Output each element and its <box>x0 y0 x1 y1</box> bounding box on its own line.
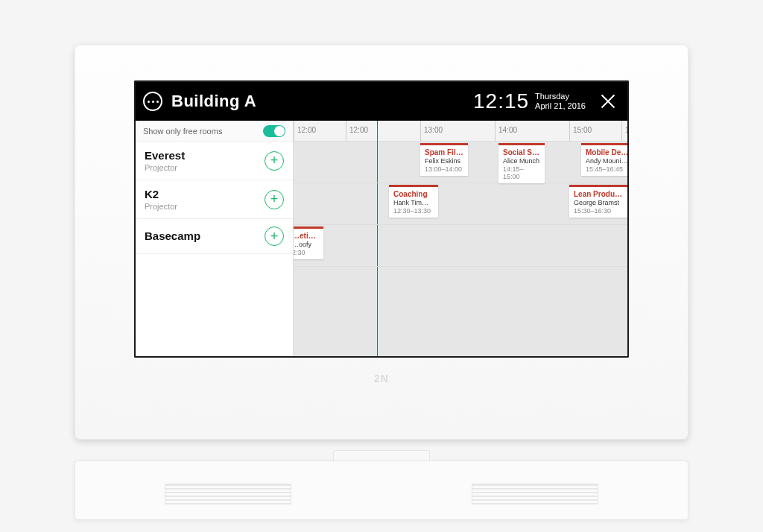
timeline[interactable]: 12:00 12:00 13:00 14:00 15:00 16:00 Spam… <box>294 121 627 356</box>
room-item-k2[interactable]: K2 Projector + <box>136 180 293 219</box>
event-title: Lean Product & Lean UX <box>574 190 626 198</box>
screen: Building A 12:15 Thursday April 21, 2016… <box>136 82 627 356</box>
event-card[interactable]: Coaching Hank Timmons 12:30–13:30 <box>389 185 438 218</box>
room-sub: Projector <box>145 163 185 172</box>
time-tick: 16:00 <box>621 121 627 141</box>
time-tick: 13:00 <box>420 121 443 141</box>
event-title: Coaching <box>393 190 434 198</box>
date-string: April 21, 2016 <box>535 101 586 111</box>
free-rooms-toggle[interactable] <box>263 125 285 137</box>
room-item-basecamp[interactable]: Basecamp + <box>136 219 293 254</box>
add-booking-button[interactable]: + <box>265 227 284 246</box>
event-card[interactable]: …eting UI/UX …oofy 2:30 <box>294 227 323 259</box>
event-time: 12:30–13:30 <box>393 207 434 215</box>
event-title: …eting UI/UX <box>294 232 319 240</box>
close-icon[interactable] <box>599 92 617 110</box>
filter-row: Show only free rooms <box>136 121 293 142</box>
event-organizer: …oofy <box>294 241 319 248</box>
device-base <box>75 460 688 520</box>
time-tick: 14:00 <box>495 121 517 141</box>
device-frame: Building A 12:15 Thursday April 21, 2016… <box>75 45 688 440</box>
vent-left <box>165 484 291 504</box>
sidebar: Show only free rooms Everest Projector + <box>136 121 294 356</box>
time-ruler: 12:00 12:00 13:00 14:00 15:00 16:00 <box>294 121 627 142</box>
event-card[interactable]: Lean Product & Lean UX George Bramst 15:… <box>569 185 627 218</box>
event-organizer: Hank Timmons <box>393 199 434 206</box>
event-title: Social Site Monetizat… <box>503 148 540 156</box>
event-time: 2:30 <box>294 249 319 256</box>
event-organizer: Felix Eskins <box>425 157 463 165</box>
event-card[interactable]: Spam Filters Felix Eskins 13:00–14:00 <box>420 143 468 176</box>
event-organizer: Alice Munch <box>503 157 540 165</box>
room-name: K2 <box>145 188 177 200</box>
room-sub: Projector <box>145 202 177 211</box>
add-booking-button[interactable]: + <box>265 151 284 171</box>
add-booking-button[interactable]: + <box>265 190 284 209</box>
filter-label: Show only free rooms <box>143 127 222 136</box>
time-tick: 15:00 <box>569 121 592 141</box>
event-card[interactable]: Social Site Monetizat… Alice Munch 14:15… <box>498 143 545 183</box>
screen-bezel: Building A 12:15 Thursday April 21, 2016… <box>134 80 629 358</box>
room-name: Basecamp <box>145 229 200 242</box>
room-name: Everest <box>145 149 185 162</box>
header-bar: Building A 12:15 Thursday April 21, 2016 <box>136 82 627 121</box>
brand-label: 2N <box>374 373 389 384</box>
page-title: Building A <box>171 92 256 111</box>
menu-icon[interactable] <box>143 92 162 111</box>
event-time: 13:00–14:00 <box>425 165 463 173</box>
vent-right <box>472 484 598 504</box>
event-time: 14:15–15:00 <box>503 165 540 180</box>
weekday: Thursday <box>535 92 586 101</box>
clock-date: Thursday April 21, 2016 <box>535 92 586 111</box>
clock-time: 12:15 <box>473 89 529 113</box>
time-tick: 12:00 <box>294 121 316 141</box>
time-tick: 12:00 <box>346 121 368 141</box>
event-title: Spam Filters <box>425 148 463 156</box>
lane-basecamp <box>294 225 627 267</box>
event-title: Mobile Developere… <box>586 148 627 156</box>
event-time: 15:30–16:30 <box>574 207 626 215</box>
event-organizer: George Bramst <box>574 199 626 206</box>
event-time: 15:45–16:45 <box>586 165 627 173</box>
event-organizer: Andy Mounie… <box>586 157 627 165</box>
event-card[interactable]: Mobile Developere… Andy Mounie… 15:45–16… <box>581 143 627 176</box>
room-item-everest[interactable]: Everest Projector + <box>136 142 293 180</box>
